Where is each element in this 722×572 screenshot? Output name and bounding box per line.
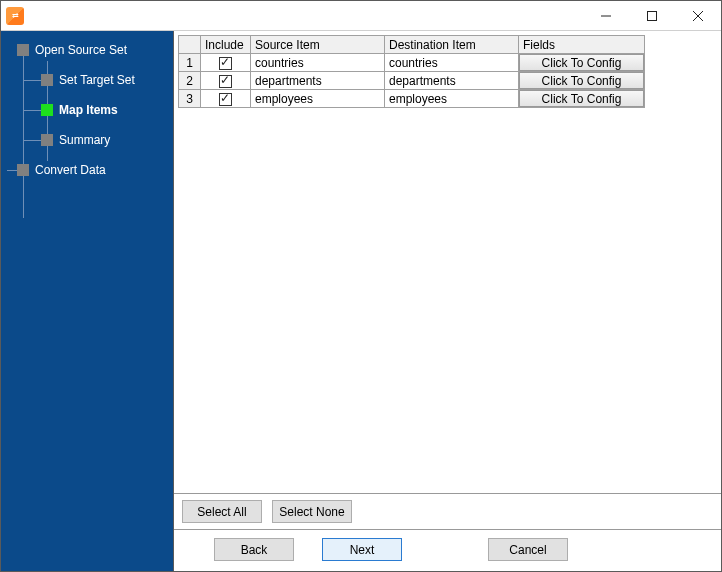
selection-button-row: Select All Select None (174, 493, 721, 529)
app-icon: ⇄ (6, 7, 24, 25)
fields-cell: Click To Config (519, 54, 645, 72)
step-marker-icon (17, 44, 29, 56)
col-header-destination[interactable]: Destination Item (385, 36, 519, 54)
grid-header-row: Include Source Item Destination Item Fie… (179, 36, 645, 54)
main-panel: Include Source Item Destination Item Fie… (173, 31, 721, 571)
include-cell (201, 54, 251, 72)
table-row: 1 countries countries Click To Config (179, 54, 645, 72)
destination-item-cell[interactable]: departments (385, 72, 519, 90)
fields-cell: Click To Config (519, 72, 645, 90)
wizard-step-map-items[interactable]: Map Items (41, 99, 173, 121)
body: Open Source Set Set Target Set Map Items (1, 31, 721, 571)
wizard-tree: Open Source Set Set Target Set Map Items (17, 39, 173, 181)
wizard-step-set-target-set[interactable]: Set Target Set (41, 69, 173, 91)
minimize-icon (601, 11, 611, 21)
close-icon (693, 11, 703, 21)
window-controls (583, 1, 721, 30)
source-item-cell[interactable]: employees (251, 90, 385, 108)
minimize-button[interactable] (583, 1, 629, 30)
select-none-button[interactable]: Select None (272, 500, 352, 523)
step-marker-icon (17, 164, 29, 176)
destination-item-cell[interactable]: employees (385, 90, 519, 108)
row-number[interactable]: 1 (179, 54, 201, 72)
col-header-include[interactable]: Include (201, 36, 251, 54)
row-number[interactable]: 3 (179, 90, 201, 108)
include-checkbox[interactable] (219, 93, 232, 106)
spacer (430, 538, 460, 561)
mapping-grid-wrap: Include Source Item Destination Item Fie… (174, 31, 721, 493)
svg-rect-1 (648, 11, 657, 20)
wizard-sidebar: Open Source Set Set Target Set Map Items (1, 31, 173, 571)
include-checkbox[interactable] (219, 57, 232, 70)
maximize-button[interactable] (629, 1, 675, 30)
wizard-step-open-source-set[interactable]: Open Source Set (17, 39, 173, 61)
fields-cell: Click To Config (519, 90, 645, 108)
tree-connector (23, 80, 41, 81)
config-fields-button[interactable]: Click To Config (519, 90, 644, 107)
source-item-cell[interactable]: departments (251, 72, 385, 90)
wizard-nav-row: Back Next Cancel (174, 529, 721, 571)
maximize-icon (647, 11, 657, 21)
source-item-cell[interactable]: countries (251, 54, 385, 72)
include-cell (201, 90, 251, 108)
tree-connector (7, 170, 17, 171)
step-label: Summary (59, 133, 110, 147)
row-number[interactable]: 2 (179, 72, 201, 90)
config-fields-button[interactable]: Click To Config (519, 72, 644, 89)
step-marker-icon (41, 104, 53, 116)
table-row: 2 departments departments Click To Confi… (179, 72, 645, 90)
app-window: ⇄ Open Source Set (0, 0, 722, 572)
tree-connector (23, 50, 24, 218)
next-button[interactable]: Next (322, 538, 402, 561)
mapping-grid: Include Source Item Destination Item Fie… (178, 35, 645, 108)
cancel-button[interactable]: Cancel (488, 538, 568, 561)
select-all-button[interactable]: Select All (182, 500, 262, 523)
tree-connector (23, 110, 41, 111)
step-label: Set Target Set (59, 73, 135, 87)
include-checkbox[interactable] (219, 75, 232, 88)
step-label: Map Items (59, 103, 118, 117)
col-header-source[interactable]: Source Item (251, 36, 385, 54)
spacer (182, 538, 186, 561)
step-label: Open Source Set (35, 43, 127, 57)
titlebar: ⇄ (1, 1, 721, 31)
close-button[interactable] (675, 1, 721, 30)
step-marker-icon (41, 74, 53, 86)
grid-corner (179, 36, 201, 54)
col-header-fields[interactable]: Fields (519, 36, 645, 54)
config-fields-button[interactable]: Click To Config (519, 54, 644, 71)
table-row: 3 employees employees Click To Config (179, 90, 645, 108)
wizard-step-convert-data[interactable]: Convert Data (17, 159, 173, 181)
destination-item-cell[interactable]: countries (385, 54, 519, 72)
step-marker-icon (41, 134, 53, 146)
titlebar-left: ⇄ (1, 7, 24, 25)
wizard-step-summary[interactable]: Summary (41, 129, 173, 151)
back-button[interactable]: Back (214, 538, 294, 561)
step-label: Convert Data (35, 163, 106, 177)
tree-connector (23, 140, 41, 141)
include-cell (201, 72, 251, 90)
